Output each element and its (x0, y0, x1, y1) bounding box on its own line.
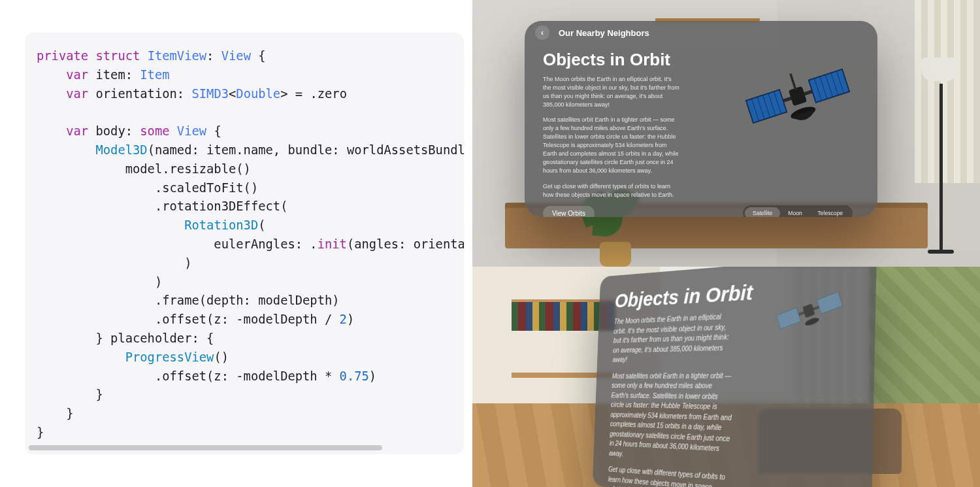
svg-rect-17 (817, 292, 842, 314)
svg-rect-13 (789, 86, 807, 107)
code-panel: private struct ItemView: View { var item… (0, 0, 472, 487)
wall-art-frame (655, 0, 760, 22)
model-column: Satellite Moon Telescope (757, 269, 858, 487)
text-column: Objects in Orbit The Moon orbits the Ear… (543, 47, 723, 217)
model-column: Satellite Moon Telescope (732, 47, 863, 217)
scene-perspective-view: Objects in Orbit The Moon orbits the Ear… (472, 267, 980, 487)
svg-point-20 (804, 316, 820, 327)
satellite-icon (768, 270, 851, 349)
svg-rect-19 (802, 303, 815, 318)
code-content: private struct ItemView: View { var item… (37, 47, 464, 443)
back-button[interactable]: ‹ (535, 25, 549, 40)
satellite-icon (739, 47, 857, 145)
spatial-nav-bar: ‹ Our Nearby Neighbors (525, 21, 877, 44)
page-title: Objects in Orbit (614, 280, 753, 312)
horizontal-scrollbar-thumb[interactable] (29, 445, 382, 450)
paragraph: The Moon orbits the Earth in an elliptic… (543, 75, 680, 109)
segment-moon[interactable]: Moon (780, 207, 809, 217)
paragraph: The Moon orbits the Earth in an elliptic… (612, 311, 735, 365)
floor-lamp (921, 58, 960, 254)
svg-rect-16 (776, 308, 800, 329)
code-scroll-region[interactable]: private struct ItemView: View { var item… (37, 47, 464, 444)
spatial-window[interactable]: Objects in Orbit The Moon orbits the Ear… (593, 267, 877, 487)
paragraph: Most satellites orbit Earth in a tighter… (543, 116, 680, 175)
paragraph: Get up close with different types of orb… (608, 465, 730, 487)
segment-satellite[interactable]: Satellite (745, 207, 780, 217)
view-orbits-button[interactable]: View Orbits (543, 206, 595, 217)
page-title: Objects in Orbit (543, 50, 723, 70)
scene-front-view: ‹ Our Nearby Neighbors Objects in Orbit … (472, 0, 980, 267)
paragraph: Get up close with different types of orb… (543, 182, 680, 199)
text-column: Objects in Orbit The Moon orbits the Ear… (608, 277, 754, 487)
nav-title: Our Nearby Neighbors (559, 28, 649, 38)
preview-pane: ‹ Our Nearby Neighbors Objects in Orbit … (472, 0, 980, 487)
segment-telescope[interactable]: Telescope (810, 207, 851, 217)
chevron-left-icon: ‹ (541, 28, 544, 37)
horizontal-scrollbar[interactable] (29, 445, 460, 450)
svg-rect-15 (789, 73, 796, 90)
code-card: private struct ItemView: View { var item… (25, 33, 464, 454)
segmented-control[interactable]: Satellite Moon Telescope (743, 205, 853, 217)
paragraph: Most satellites orbit Earth in a tighter… (609, 371, 734, 465)
spatial-window[interactable]: ‹ Our Nearby Neighbors Objects in Orbit … (525, 21, 877, 217)
